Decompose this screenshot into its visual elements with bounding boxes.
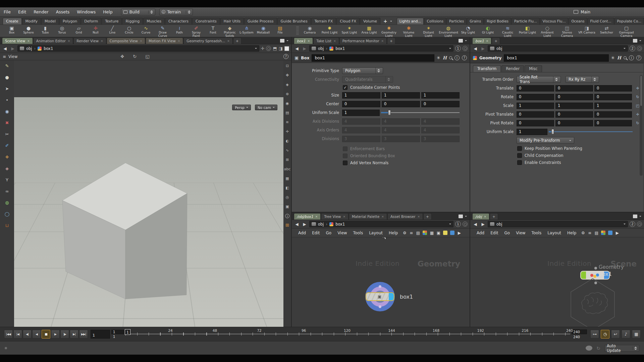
network-menu-item[interactable]: View [513,231,528,235]
pane-tab[interactable]: Scene View× [2,38,33,44]
gear-icon[interactable]: ✳ [437,55,440,60]
toolbar-icon[interactable]: ➤ [5,86,9,91]
add-shelf-tab-button[interactable]: + [383,18,387,24]
close-tab-icon[interactable]: × [308,38,310,44]
close-tab-icon[interactable]: × [381,38,384,44]
display-option-icon[interactable]: ◐ [286,139,289,143]
shelf-tab[interactable]: Modify [22,18,41,24]
shelf-tool-button[interactable]: ✶Distant Light [419,25,438,37]
shelf-tab[interactable]: Oceans [569,18,587,24]
maximize-pane-icon[interactable] [633,39,637,43]
shelf-tool-button[interactable]: ≋Caustic Light [498,25,518,37]
pane-tab[interactable]: Motion FX View× [146,38,183,44]
path-dropdown-icon[interactable] [255,48,257,49]
display-option-icon[interactable]: ✥ [286,73,289,78]
pane-tab[interactable]: Render View× [73,38,106,44]
range-start-field[interactable]: 1 [111,330,124,334]
shelf-tool-button[interactable]: ∿Curve [138,25,154,37]
close-tab-icon[interactable]: × [333,38,336,44]
vector-y-field[interactable]: 1 [382,92,420,99]
link-badge[interactable]: 1 [455,221,461,227]
list-view-icon[interactable]: ▤ [415,231,421,235]
display-option-icon[interactable]: ◎ [286,195,289,200]
forward-icon[interactable]: ▶ [302,46,308,51]
info-icon[interactable]: i [629,55,634,60]
radial-menu-icon[interactable] [637,222,642,227]
shelf-tool-button[interactable]: ●Sphere [20,25,37,37]
vector-y-field[interactable]: 0 [555,111,593,118]
vector-y-field[interactable]: 0 [555,85,593,92]
toolbar-icon[interactable]: ✐ [5,143,9,148]
pane-tab[interactable]: Geometry Spreadsh...× [183,38,232,44]
view-menu-label[interactable]: View [8,54,17,59]
breadcrumb-obj[interactable]: obj [318,222,324,227]
playback-button[interactable]: |◀◀ [4,330,13,339]
network-menu-item[interactable]: Help [564,231,579,235]
tree-view-icon[interactable]: ≡ [587,231,593,235]
update-mode-select[interactable]: Auto Update [604,345,639,352]
gizmo-translate-icon[interactable]: ✥ [120,54,124,59]
current-frame-marker[interactable]: 1 [125,329,130,335]
background-image-icon[interactable] [450,231,454,235]
view-menu-icon[interactable]: ≡ [3,54,6,59]
pane-tab[interactable]: Performance Monitor× [339,38,387,44]
playback-button[interactable]: ▶ [51,330,60,339]
toolbar-icon[interactable]: ✂ [5,132,9,137]
menu-item[interactable]: Render [30,7,52,17]
forward-icon[interactable]: ▶ [480,46,486,51]
camera-select[interactable]: No cam [255,105,277,110]
display-option-icon[interactable]: ≋ [286,120,289,125]
playbar-option-button[interactable]: ♪ [622,330,630,339]
close-tab-icon[interactable]: × [227,38,230,44]
display-option-icon[interactable]: abc [284,167,291,172]
toolbar-icon[interactable]: ◈ [5,166,9,171]
shelf-tool-button[interactable]: ◉Metaball [255,25,272,37]
end-range-field[interactable]: 240 [572,335,587,339]
maximize-pane-icon[interactable] [459,215,463,218]
radial-menu-icon[interactable] [266,46,271,51]
shelf-tab[interactable]: Characters [165,18,192,24]
close-tab-icon[interactable]: × [101,38,103,44]
forward-icon[interactable]: ▶ [302,222,308,227]
shelf-tool-button[interactable]: ✛Null [87,25,104,37]
network-menu-item[interactable]: Layout [544,231,564,235]
shelf-splitter[interactable] [296,26,299,35]
tree-view-icon[interactable]: ≡ [408,231,414,235]
shelf-tab[interactable]: Hair Utils [220,18,244,24]
snapshot-icon[interactable]: ◨ [279,46,283,51]
shelf-tool-button[interactable]: ▦Area Light [359,25,379,37]
list-view-icon[interactable]: ▤ [593,231,599,235]
current-frame-field[interactable]: 1 [91,330,110,339]
menu-item[interactable]: Assets [52,7,73,17]
path-breadcrumb[interactable]: obj › box1 [309,221,453,227]
breadcrumb-node[interactable]: box1 [335,46,447,51]
close-tab-icon[interactable]: × [68,38,70,44]
path-dropdown-icon[interactable] [624,48,626,49]
toolbar-icon[interactable]: ❖ [5,155,9,160]
playback-button[interactable]: |◀ [13,330,22,339]
path-breadcrumb[interactable]: obj › box1 [309,45,453,52]
vector-y-field[interactable]: 0 [555,120,593,126]
playback-button[interactable]: ◀ [32,330,41,339]
shelf-tab[interactable]: Viscous Flu... [540,18,569,24]
maximize-pane-icon[interactable] [633,215,637,218]
shelf-tab[interactable]: Guide Process [244,18,277,24]
playbar-option-button[interactable]: ◷ [601,330,609,339]
toolbar-icon[interactable]: • [6,98,8,103]
forward-icon[interactable]: ▶ [480,222,486,227]
vector-x-field[interactable]: 0 [517,85,554,92]
shelf-tool-button[interactable]: ◌Ambient Light [537,25,557,37]
breadcrumb-node[interactable]: box1 [44,46,253,51]
back-icon[interactable]: ◀ [472,46,478,51]
toolbar-icon[interactable]: ⊔ [5,223,9,228]
display-option-icon[interactable]: ⊕ [286,92,289,97]
playback-button[interactable]: ■ [42,330,50,339]
primitive-type-select[interactable]: Polygon [342,67,383,74]
pane-tab[interactable]: Asset Browser× [387,213,423,220]
projection-select[interactable]: Persp [232,105,251,110]
close-tab-icon[interactable]: × [381,214,384,220]
display-option-icon[interactable]: ⊞ [286,158,289,162]
info-icon[interactable]: i [285,214,289,218]
vector-x-field[interactable]: 1 [517,103,554,109]
uniform-scale-field[interactable]: 1 [342,110,380,116]
